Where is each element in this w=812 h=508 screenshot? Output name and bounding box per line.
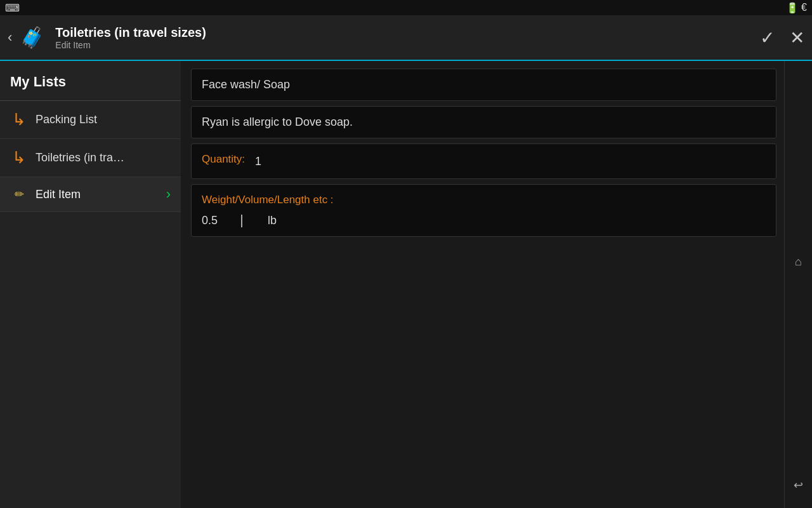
item-name-field[interactable] (191, 69, 776, 101)
sidebar-item-edit-item[interactable]: ✏ Edit Item › (0, 177, 181, 212)
edit-item-label: Edit Item (36, 188, 81, 201)
battery-icon: 🔋 (786, 2, 799, 14)
weight-value: 0.5 (202, 214, 227, 227)
item-name-input[interactable] (202, 78, 766, 91)
back-icon[interactable]: ↩ (789, 475, 809, 495)
app-bar: ‹ 🧳 Toiletries (in travel sizes) Edit It… (0, 15, 812, 61)
text-cursor (241, 215, 242, 227)
quantity-row: Quantity: 1 (202, 153, 766, 170)
weight-field[interactable]: Weight/Volume/Length etc : 0.5 lb (191, 184, 776, 237)
sidebar-item-packing-list[interactable]: ↳ Packing List (0, 101, 181, 139)
time-display: € (801, 2, 807, 13)
confirm-button[interactable]: ✓ (760, 27, 775, 48)
toiletries-icon: ↳ (10, 148, 28, 168)
app-bar-titles: Toiletries (in travel sizes) Edit Item (55, 25, 760, 50)
app-icon: 🧳 (17, 22, 48, 53)
item-notes-input[interactable] (202, 116, 766, 129)
app-bar-subtitle: Edit Item (55, 40, 760, 50)
quantity-label: Quantity: (202, 153, 245, 166)
edit-icon: ✏ (10, 187, 28, 201)
packing-list-icon: ↳ (10, 110, 28, 130)
home-icon[interactable]: ⌂ (789, 251, 809, 272)
sidebar-item-toiletries[interactable]: ↳ Toiletries (in tra… (0, 139, 181, 177)
back-button[interactable]: ‹ (8, 29, 12, 46)
weight-label: Weight/Volume/Length etc : (202, 194, 766, 206)
weight-unit: lb (268, 214, 277, 227)
status-bar: ⌨ 🔋 € (0, 0, 812, 15)
app-bar-actions: ✓ ✕ (760, 27, 804, 48)
sidebar: My Lists ↳ Packing List ↳ Toiletries (in… (0, 61, 181, 508)
weight-row: 0.5 lb (202, 214, 766, 227)
status-bar-right: 🔋 € (786, 2, 807, 14)
app-bar-title: Toiletries (in travel sizes) (55, 25, 760, 40)
packing-list-label: Packing List (36, 113, 97, 126)
sidebar-arrow-icon: › (166, 186, 171, 203)
close-button[interactable]: ✕ (790, 27, 804, 48)
toiletries-label: Toiletries (in tra… (36, 151, 124, 164)
item-notes-field[interactable] (191, 106, 776, 138)
system-bar: ▭ ⌂ ↩ (784, 15, 812, 508)
my-lists-header: My Lists (0, 61, 181, 101)
quantity-value: 1 (255, 155, 261, 168)
quantity-field[interactable]: Quantity: 1 (191, 144, 776, 179)
main-content: Quantity: 1 Weight/Volume/Length etc : 0… (181, 61, 784, 508)
keyboard-icon: ⌨ (5, 2, 20, 14)
status-bar-left: ⌨ (5, 2, 20, 14)
